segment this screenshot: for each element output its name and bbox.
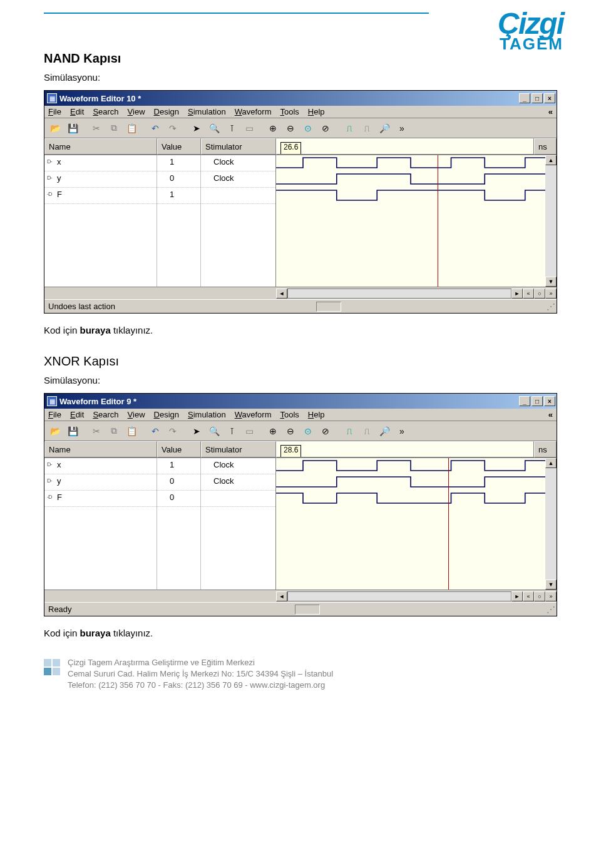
redo-icon[interactable]: ↷ [165,121,181,136]
zoom-fit-icon[interactable]: ⊙ [300,424,316,439]
section1-link[interactable]: buraya [80,325,111,335]
close-button[interactable]: × [544,396,555,406]
menu-simulation[interactable]: Simulation [188,107,226,116]
maximize-button[interactable]: □ [532,396,543,406]
col-stimulator-header[interactable]: Stimulator [201,441,276,457]
waveform-x[interactable] [276,155,545,171]
save-icon[interactable]: 💾 [64,121,81,136]
scroll-up-icon[interactable]: ▲ [545,155,557,165]
minimize-button[interactable]: _ [519,396,530,406]
menu-search[interactable]: Search [93,410,118,419]
paste-icon[interactable]: 📋 [123,121,140,136]
vertical-scrollbar[interactable]: ▲▼ [545,458,557,590]
titlebar[interactable]: ▦ Waveform Editor 10 * _ □ × [44,91,557,106]
waveform-y[interactable] [276,171,545,188]
horizontal-scrollbar[interactable]: ◄ ► « ○ » [44,287,557,299]
ruler[interactable]: · 10 · · 20 · · 40 · 28.6 ns [276,441,534,457]
scroll-right-icon[interactable]: ► [511,591,523,601]
menu-tools[interactable]: Tools [280,107,299,116]
copy-icon[interactable]: ⧉ [106,424,122,439]
col-value-header[interactable]: Value [157,441,201,457]
scroll-right-icon[interactable]: ► [511,288,523,299]
menu-edit[interactable]: Edit [70,410,84,419]
col-stimulator-header[interactable]: Stimulator [201,138,276,155]
scroll-next-icon[interactable]: » [545,591,557,601]
cursor-line[interactable] [448,458,449,590]
signal-name-F[interactable]: -DF [44,491,157,507]
resize-grip-icon[interactable]: ⋰ [547,605,553,615]
menu-simulation[interactable]: Simulation [188,410,226,419]
signal-stim-x[interactable]: Clock [201,155,275,171]
col-value-header[interactable]: Value [157,138,201,155]
wave-add-icon[interactable]: ⎍ [341,424,357,439]
measure-icon[interactable]: ⊺ [223,121,240,136]
close-button[interactable]: × [544,93,555,103]
section2-link[interactable]: buraya [80,628,111,638]
signal-stim-F[interactable] [201,188,275,204]
zoom-in-icon[interactable]: ⊕ [265,424,281,439]
pointer-icon[interactable]: ➤ [188,424,205,439]
toolbar-overflow-icon[interactable]: » [394,121,410,136]
signal-stim-y[interactable]: Clock [201,171,275,188]
menu-waveform[interactable]: Waveform [235,107,272,116]
scroll-up-icon[interactable]: ▲ [545,458,557,468]
copy-icon[interactable]: ⧉ [106,121,122,136]
scroll-down-icon[interactable]: ▼ [545,277,557,287]
maximize-button[interactable]: □ [532,93,543,103]
zoom-in-icon[interactable]: ⊕ [265,121,281,136]
save-icon[interactable]: 💾 [64,424,81,439]
scroll-left-icon[interactable]: ◄ [276,288,287,299]
signal-stim-y[interactable]: Clock [201,474,275,491]
zoom-out-icon[interactable]: ⊖ [282,424,299,439]
cut-icon[interactable]: ✂ [88,121,105,136]
search-wave-icon[interactable]: 🔎 [376,424,393,439]
scroll-prev-icon[interactable]: « [523,591,534,601]
zoom-icon[interactable]: 🔍 [206,424,222,439]
col-name-header[interactable]: Name [44,138,157,155]
signal-stim-F[interactable] [201,491,275,507]
zoom-icon[interactable]: 🔍 [206,121,222,136]
cursor-line[interactable] [438,155,438,287]
menu-design[interactable]: Design [154,410,179,419]
col-name-header[interactable]: Name [44,441,157,457]
signal-name-F[interactable]: -DF [44,188,157,204]
waveform-x[interactable] [276,458,545,474]
scroll-down-icon[interactable]: ▼ [545,580,557,590]
menu-chevron-icon[interactable]: « [548,410,553,419]
menu-file[interactable]: File [48,107,61,116]
menu-help[interactable]: Help [308,107,325,116]
menu-help[interactable]: Help [308,410,325,419]
scroll-left-icon[interactable]: ◄ [276,591,287,601]
resize-grip-icon[interactable]: ⋰ [547,302,553,312]
pointer-icon[interactable]: ➤ [188,121,205,136]
menu-waveform[interactable]: Waveform [235,410,272,419]
horizontal-scrollbar[interactable]: ◄ ► « ○ » [44,590,557,602]
signal-name-y[interactable]: D-y [44,171,157,188]
paste-icon[interactable]: 📋 [123,424,140,439]
open-icon[interactable]: 📂 [47,424,63,439]
select-icon[interactable]: ▭ [241,424,257,439]
menu-edit[interactable]: Edit [70,107,84,116]
menu-view[interactable]: View [128,410,145,419]
menu-search[interactable]: Search [93,107,118,116]
scroll-next-icon[interactable]: » [545,288,557,299]
undo-icon[interactable]: ↶ [147,121,163,136]
wave-del-icon[interactable]: ⎍ [359,121,375,136]
waveform-F[interactable] [276,188,545,204]
cut-icon[interactable]: ✂ [88,424,105,439]
signal-stim-x[interactable]: Clock [201,458,275,474]
toolbar-overflow-icon[interactable]: » [394,424,410,439]
minimize-button[interactable]: _ [519,93,530,103]
menu-file[interactable]: File [48,410,61,419]
signal-name-x[interactable]: D-x [44,155,157,171]
signal-name-x[interactable]: D-x [44,458,157,474]
wave-del-icon[interactable]: ⎍ [359,424,375,439]
wave-add-icon[interactable]: ⎍ [341,121,357,136]
search-wave-icon[interactable]: 🔎 [376,121,393,136]
zoom-range-icon[interactable]: ⊘ [317,424,334,439]
open-icon[interactable]: 📂 [47,121,63,136]
signal-name-y[interactable]: D-y [44,474,157,491]
select-icon[interactable]: ▭ [241,121,257,136]
zoom-fit-icon[interactable]: ⊙ [300,121,316,136]
redo-icon[interactable]: ↷ [165,424,181,439]
